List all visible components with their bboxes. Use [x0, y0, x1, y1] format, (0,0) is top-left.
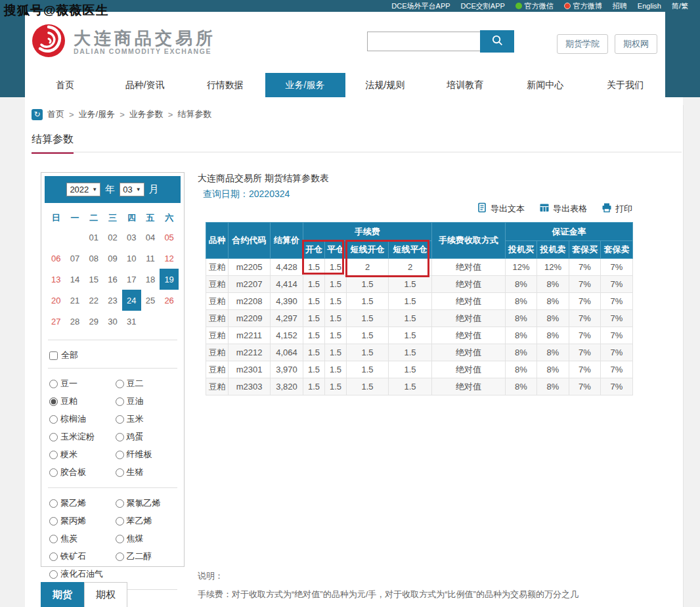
tab-options[interactable]: 期权 [84, 582, 127, 607]
nav-item[interactable]: 首页 [25, 73, 105, 97]
calendar-day[interactable]: 03 [122, 227, 141, 248]
topbar-link[interactable]: English [638, 2, 661, 10]
calendar-day[interactable]: 21 [66, 290, 85, 311]
action-export-table[interactable]: 导出表格 [539, 202, 587, 215]
commodity-radio[interactable]: 玉米淀粉 [49, 431, 116, 443]
commodity-radio[interactable]: 苯乙烯 [116, 515, 182, 527]
commodity-radio[interactable]: 玉米 [116, 413, 182, 425]
commodity-radio[interactable]: 铁矿石 [49, 551, 116, 562]
radio-input[interactable] [49, 499, 58, 508]
radio-input[interactable] [116, 433, 124, 441]
commodity-radio[interactable]: 棕榈油 [49, 413, 116, 425]
commodity-radio[interactable]: 焦炭 [49, 533, 116, 545]
breadcrumb-item[interactable]: 结算参数 [177, 108, 211, 120]
year-select[interactable]: 2022 ▼ [66, 183, 100, 196]
month-select[interactable]: 03 ▼ [120, 183, 144, 196]
calendar-day[interactable]: 28 [66, 311, 85, 332]
nav-item[interactable]: 关于我们 [585, 73, 665, 97]
commodity-radio[interactable]: 纤维板 [116, 449, 182, 461]
radio-input[interactable] [116, 517, 124, 526]
header-button[interactable]: 期货学院 [557, 34, 608, 54]
calendar-day[interactable]: 20 [47, 290, 66, 311]
calendar-day[interactable]: 10 [122, 248, 141, 269]
calendar-day[interactable]: 13 [47, 269, 66, 290]
breadcrumb-item[interactable]: 业务/服务 [79, 108, 116, 120]
commodity-radio[interactable]: 焦煤 [116, 533, 182, 545]
commodity-radio[interactable]: 生猪 [116, 466, 182, 478]
calendar-day[interactable]: 22 [84, 290, 103, 311]
commodity-radio[interactable]: 液化石油气 [49, 568, 116, 580]
radio-input[interactable] [116, 468, 124, 477]
calendar-day[interactable]: 06 [47, 248, 66, 269]
radio-input[interactable] [49, 468, 58, 477]
tab-futures[interactable]: 期货 [41, 582, 84, 607]
radio-input[interactable] [116, 499, 124, 508]
calendar-day[interactable]: 16 [103, 269, 122, 290]
topbar-link[interactable]: 官方微博 [564, 1, 602, 11]
calendar-day[interactable]: 08 [84, 248, 103, 269]
commodity-radio[interactable]: 豆一 [49, 378, 116, 390]
nav-item[interactable]: 业务/服务 [265, 73, 345, 97]
calendar-day[interactable]: 02 [103, 227, 122, 248]
commodity-radio[interactable]: 胶合板 [49, 466, 116, 478]
commodity-radio[interactable]: 聚乙烯 [49, 497, 116, 509]
commodity-radio[interactable]: 豆粕 [49, 395, 116, 407]
radio-input[interactable] [49, 433, 58, 441]
nav-item[interactable]: 品种/资讯 [105, 73, 185, 97]
calendar-day[interactable]: 19 [160, 269, 179, 290]
header-button[interactable]: 期权网 [615, 34, 657, 54]
calendar-day[interactable]: 26 [160, 290, 179, 311]
commodity-radio[interactable]: 聚氯乙烯 [116, 497, 182, 509]
calendar-day[interactable]: 29 [84, 311, 103, 332]
calendar-day[interactable]: 12 [160, 248, 179, 269]
calendar-day[interactable]: 24 [122, 290, 141, 311]
action-export-text[interactable]: 导出文本 [477, 202, 525, 215]
commodity-radio[interactable]: 豆油 [116, 395, 182, 407]
commodity-radio[interactable]: 鸡蛋 [116, 431, 182, 443]
calendar-day[interactable]: 01 [84, 227, 103, 248]
radio-input[interactable] [49, 570, 58, 579]
radio-input[interactable] [116, 552, 124, 561]
nav-item[interactable]: 培训教育 [425, 73, 505, 97]
calendar-day[interactable]: 23 [103, 290, 122, 311]
all-checkbox-row[interactable]: 全部 [41, 344, 184, 364]
radio-input[interactable] [49, 451, 58, 459]
calendar-day[interactable]: 05 [160, 227, 179, 248]
commodity-radio[interactable]: 豆二 [116, 378, 182, 390]
breadcrumb-item[interactable]: 业务参数 [129, 108, 164, 120]
radio-input[interactable] [49, 517, 58, 526]
calendar-day[interactable]: 07 [66, 248, 85, 269]
commodity-radio[interactable]: 粳米 [49, 449, 116, 461]
commodity-radio[interactable]: 乙二醇 [116, 551, 182, 562]
nav-item[interactable]: 行情数据 [185, 73, 265, 97]
calendar-day[interactable]: 18 [141, 269, 160, 290]
radio-input[interactable] [116, 535, 124, 543]
calendar-day[interactable]: 14 [66, 269, 85, 290]
calendar-day[interactable]: 15 [84, 269, 103, 290]
topbar-link[interactable]: 招聘 [613, 1, 627, 11]
topbar-link[interactable]: 官方微信 [515, 1, 554, 11]
radio-input[interactable] [116, 415, 124, 424]
dce-logo[interactable]: 大连商品交易所 DALIAN COMMODITY EXCHANGE [30, 22, 216, 62]
action-print[interactable]: 打印 [602, 202, 632, 215]
radio-input[interactable] [49, 397, 58, 406]
radio-input[interactable] [116, 451, 124, 459]
topbar-link[interactable]: 简/繁 [672, 1, 688, 11]
search-button[interactable] [480, 30, 514, 53]
calendar-day[interactable]: 09 [103, 248, 122, 269]
radio-input[interactable] [116, 397, 124, 406]
topbar-link[interactable]: DCE场外平台APP [391, 1, 450, 11]
nav-item[interactable]: 法规/规则 [345, 73, 426, 97]
radio-input[interactable] [49, 415, 58, 424]
nav-item[interactable]: 新闻中心 [505, 73, 585, 97]
radio-input[interactable] [49, 380, 58, 388]
calendar-day[interactable]: 27 [47, 311, 66, 332]
topbar-link[interactable]: DCE交割APP [461, 1, 505, 11]
calendar-day[interactable]: 17 [122, 269, 141, 290]
calendar-day[interactable]: 25 [141, 290, 160, 311]
breadcrumb-item[interactable]: 首页 [47, 108, 64, 120]
calendar-day[interactable]: 11 [141, 248, 160, 269]
search-input[interactable] [367, 32, 480, 51]
commodity-radio[interactable]: 聚丙烯 [49, 515, 116, 527]
radio-input[interactable] [49, 552, 58, 561]
